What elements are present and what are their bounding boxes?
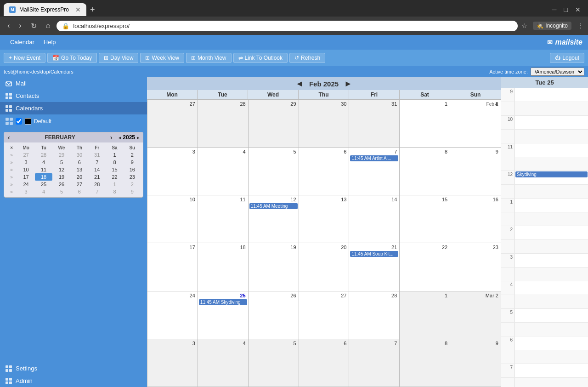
calendar-cell[interactable]: 2511:45 AM Skydiving — [198, 291, 249, 339]
mini-cal-day[interactable]: 23 — [124, 173, 141, 181]
calendar-cell[interactable]: 13 — [299, 195, 350, 243]
calendar-cell[interactable]: 1 — [400, 100, 450, 147]
calendar-cell[interactable]: 17 — [147, 243, 198, 290]
mini-cal-day[interactable]: 2 — [124, 151, 141, 159]
mini-cal-next-year[interactable]: ▸ — [135, 135, 141, 140]
calendar-cell[interactable]: 4 — [198, 339, 249, 387]
calendar-cell[interactable]: 31 — [349, 100, 400, 147]
browser-tab-active[interactable]: M MailSite ExpressPro ✕ — [4, 3, 86, 16]
calendar-cell[interactable]: 26 — [249, 291, 299, 339]
mini-cal-day[interactable]: 14 — [88, 166, 106, 173]
mini-cal-day[interactable]: 3 — [17, 188, 35, 195]
calendar-cell[interactable]: 30 — [299, 100, 350, 147]
calendar-event[interactable]: 11:45 AM Artist Al... — [350, 155, 398, 161]
mini-cal-day[interactable]: 1 — [106, 151, 123, 159]
nav-calendar[interactable]: Calendar — [6, 35, 39, 50]
nav-help[interactable]: Help — [39, 35, 61, 50]
mini-cal-week-num[interactable]: » — [6, 173, 17, 181]
mini-cal-day[interactable]: 28 — [88, 181, 106, 188]
mini-cal-day[interactable]: 15 — [106, 166, 123, 173]
mini-cal-day[interactable]: 27 — [17, 151, 35, 159]
calendar-cell[interactable]: 2111:45 AM Soup Kit... — [349, 243, 400, 290]
mini-cal-prev[interactable]: ‹ — [6, 134, 12, 141]
calendar-cell[interactable]: 6 — [299, 339, 350, 387]
mini-cal-day[interactable]: 22 — [106, 173, 123, 181]
calendar-cell[interactable]: 9 — [450, 148, 501, 195]
mini-cal-day[interactable]: 27 — [71, 181, 88, 188]
mini-cal-day[interactable]: 3 — [17, 159, 35, 166]
mini-cal-day[interactable]: 18 — [35, 173, 52, 181]
mini-cal-week-num[interactable]: » — [6, 151, 17, 159]
mini-cal-day[interactable]: 12 — [52, 166, 71, 173]
mini-cal-week-num[interactable]: » — [6, 181, 17, 188]
default-calendar-item[interactable]: Default — [4, 116, 143, 126]
next-month-button[interactable]: ► — [339, 79, 358, 89]
calendar-cell[interactable]: 22 — [400, 243, 450, 290]
mini-cal-day[interactable]: 19 — [52, 173, 71, 181]
new-tab-button[interactable]: + — [90, 5, 95, 15]
sidebar-item-calendars[interactable]: Calendars — [0, 102, 147, 114]
sidebar-item-settings[interactable]: Settings — [0, 362, 147, 375]
mini-cal-day[interactable]: 10 — [17, 166, 35, 173]
calendar-cell[interactable]: 8 — [400, 148, 450, 195]
calendar-cell[interactable]: 16 — [450, 195, 501, 243]
calendar-cell[interactable]: 20 — [299, 243, 350, 290]
mini-cal-week-num[interactable]: » — [6, 166, 17, 173]
mini-cal-day[interactable]: 26 — [52, 181, 71, 188]
calendar-cell[interactable]: 9 — [450, 339, 501, 387]
mini-cal-day[interactable]: 8 — [106, 159, 123, 166]
mini-cal-day[interactable]: 1 — [106, 181, 123, 188]
day-panel-scroll[interactable]: 9101112Skydiving1234567891011 — [501, 88, 588, 387]
calendar-cell[interactable]: 3 — [147, 148, 198, 195]
calendar-cell[interactable]: 3 — [147, 339, 198, 387]
forward-button[interactable]: › — [16, 21, 24, 31]
mini-cal-day[interactable]: 6 — [71, 159, 88, 166]
mini-cal-day[interactable]: 20 — [71, 173, 88, 181]
mini-cal-day[interactable]: 7 — [88, 159, 106, 166]
mini-cal-day[interactable]: 28 — [35, 151, 52, 159]
day-panel-event[interactable]: Skydiving — [515, 171, 588, 177]
timezone-select[interactable]: /America/Dawson — [531, 68, 584, 76]
home-button[interactable]: ⌂ — [43, 21, 53, 31]
mini-cal-day[interactable]: 31 — [88, 151, 106, 159]
mini-cal-day[interactable]: 13 — [71, 166, 88, 173]
calendar-cell[interactable]: 8 — [400, 339, 450, 387]
calendar-cell[interactable]: 1 — [400, 291, 450, 339]
calendar-cell[interactable]: 1211:45 AM Meeting — [249, 195, 299, 243]
mini-cal-day[interactable]: 9 — [124, 159, 141, 166]
mini-cal-day[interactable]: 11 — [35, 166, 52, 173]
tab-close-button[interactable]: ✕ — [75, 6, 81, 13]
mini-cal-day[interactable]: 2 — [124, 181, 141, 188]
mini-cal-day[interactable]: 9 — [124, 188, 141, 195]
calendar-cell[interactable]: 5 — [249, 339, 299, 387]
calendar-event[interactable]: 11:45 AM Meeting — [249, 203, 298, 209]
maximize-button[interactable]: □ — [564, 6, 568, 13]
star-icon[interactable]: ☆ — [521, 22, 527, 29]
mini-cal-day[interactable]: 21 — [88, 173, 106, 181]
calendar-cell[interactable]: 7 — [349, 339, 400, 387]
menu-button[interactable]: ⋮ — [577, 22, 583, 29]
calendar-cell[interactable]: 23 — [450, 243, 501, 290]
default-calendar-checkbox[interactable] — [16, 118, 22, 125]
mini-cal-day[interactable]: 8 — [106, 188, 123, 195]
mini-cal-day[interactable]: 17 — [17, 173, 35, 181]
mini-cal-day[interactable]: 6 — [71, 188, 88, 195]
link-outlook-button[interactable]: ⇌ Link To Outlook — [233, 53, 288, 63]
back-button[interactable]: ‹ — [5, 21, 12, 31]
address-bar[interactable]: 🔒 localhost/expresspro/ — [57, 21, 518, 31]
mini-cal-day[interactable]: 24 — [17, 181, 35, 188]
calendar-cell[interactable]: 28 — [198, 100, 249, 147]
calendar-cell[interactable]: 18 — [198, 243, 249, 290]
mini-cal-day[interactable]: 30 — [71, 151, 88, 159]
mini-cal-day[interactable]: 16 — [124, 166, 141, 173]
prev-month-button[interactable]: ◄ — [290, 79, 309, 89]
calendar-cell[interactable]: 27 — [299, 291, 350, 339]
mini-cal-day[interactable]: 4 — [35, 188, 52, 195]
minimize-button[interactable]: ─ — [552, 6, 557, 13]
mini-cal-week-num[interactable]: » — [6, 188, 17, 195]
calendar-cell[interactable]: 29 — [249, 100, 299, 147]
sidebar-item-mail[interactable]: Mail — [0, 77, 147, 90]
calendar-cell[interactable]: 4 — [198, 148, 249, 195]
sidebar-item-admin[interactable]: Admin — [0, 375, 147, 387]
calendar-cell[interactable]: 11 — [198, 195, 249, 243]
